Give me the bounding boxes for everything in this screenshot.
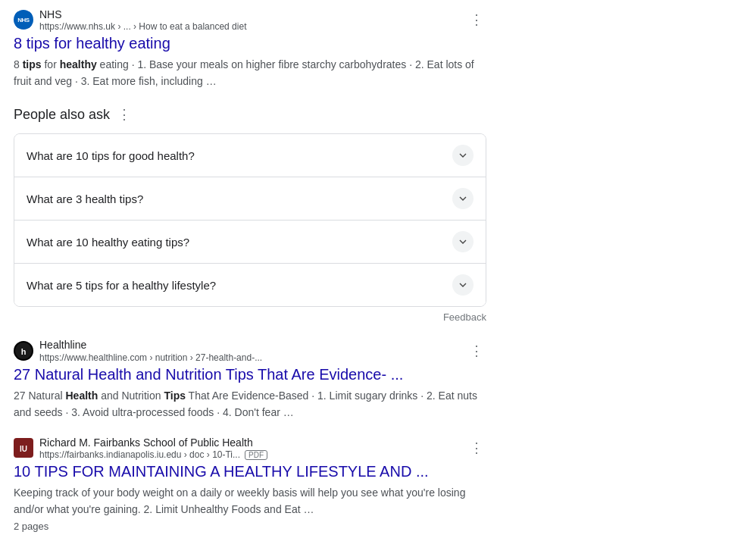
chevron-down-icon-4 <box>457 279 469 291</box>
healthline-source-name: Healthline <box>39 338 461 352</box>
healthline-favicon: h <box>14 341 33 361</box>
chevron-down-icon-2 <box>457 192 469 205</box>
healthline-logo-icon: h <box>15 343 32 359</box>
nhs-result-snippet: 8 tips for healthy eating · 1. Base your… <box>14 56 486 89</box>
healthline-source-url: https://www.healthline.com › nutrition ›… <box>39 352 461 363</box>
nhs-more-options-button[interactable]: ⋮ <box>467 10 486 30</box>
iu-pages-note: 2 pages <box>14 521 486 532</box>
iu-source-info: Richard M. Fairbanks School of Public He… <box>39 436 461 460</box>
iu-source-url: https://fairbanks.indianapolis.iu.edu › … <box>39 449 461 460</box>
paa-expand-button-1[interactable] <box>452 145 474 166</box>
people-also-ask-section: People also ask ⋮ What are 10 tips for g… <box>14 105 486 323</box>
nhs-source-url: https://www.nhs.uk › ... › How to eat a … <box>39 21 461 32</box>
paa-question-2: What are 3 health tips? <box>27 192 143 205</box>
iu-logo-icon: IU <box>15 440 32 456</box>
iu-result: IU Richard M. Fairbanks School of Public… <box>14 436 486 532</box>
paa-header: People also ask ⋮ <box>14 105 486 124</box>
svg-text:NHS: NHS <box>17 17 30 23</box>
healthline-more-options-button[interactable]: ⋮ <box>467 341 486 361</box>
iu-source-name: Richard M. Fairbanks School of Public He… <box>39 436 461 449</box>
healthline-result: h Healthline https://www.healthline.com … <box>14 338 486 420</box>
healthline-source-info: Healthline https://www.healthline.com › … <box>39 338 461 362</box>
iu-result-title[interactable]: 10 TIPS FOR MAINTAINING A HEALTHY LIFEST… <box>14 461 486 481</box>
feedback-button[interactable]: Feedback <box>443 311 486 323</box>
pdf-badge: PDF <box>245 450 267 460</box>
nhs-favicon: NHS <box>14 10 33 30</box>
chevron-down-icon-3 <box>457 236 469 248</box>
nhs-source-name: NHS <box>39 8 461 21</box>
paa-items-list: What are 10 tips for good health? What a… <box>14 133 486 307</box>
nhs-source-row: NHS NHS https://www.nhs.uk › ... › How t… <box>14 8 486 32</box>
paa-question-1: What are 10 tips for good health? <box>27 149 195 162</box>
chevron-down-icon-1 <box>457 149 469 161</box>
paa-item-1[interactable]: What are 10 tips for good health? <box>14 134 486 177</box>
nhs-source-info: NHS https://www.nhs.uk › ... › How to ea… <box>39 8 461 32</box>
svg-text:IU: IU <box>20 445 27 453</box>
healthline-result-title[interactable]: 27 Natural Health and Nutrition Tips Tha… <box>14 364 486 384</box>
nhs-result-title[interactable]: 8 tips for healthy eating <box>14 33 486 53</box>
paa-expand-button-4[interactable] <box>452 274 474 296</box>
paa-heading: People also ask <box>14 107 110 123</box>
feedback-row: Feedback <box>14 311 486 323</box>
healthline-result-snippet: 27 Natural Health and Nutrition Tips Tha… <box>14 387 486 421</box>
healthline-source-row: h Healthline https://www.healthline.com … <box>14 338 486 362</box>
svg-text:h: h <box>21 347 27 356</box>
paa-item-4[interactable]: What are 5 tips for a healthy lifestyle? <box>14 264 486 306</box>
iu-more-options-button[interactable]: ⋮ <box>467 438 486 458</box>
iu-source-row: IU Richard M. Fairbanks School of Public… <box>14 436 486 460</box>
paa-question-4: What are 5 tips for a healthy lifestyle? <box>27 279 216 292</box>
nhs-result: NHS NHS https://www.nhs.uk › ... › How t… <box>14 8 486 89</box>
iu-result-snippet: Keeping track of your body weight on a d… <box>14 484 486 518</box>
paa-more-options-button[interactable]: ⋮ <box>116 105 133 124</box>
paa-question-3: What are 10 healthy eating tips? <box>27 236 189 249</box>
paa-item-2[interactable]: What are 3 health tips? <box>14 177 486 221</box>
paa-expand-button-2[interactable] <box>452 188 474 209</box>
paa-expand-button-3[interactable] <box>452 231 474 252</box>
nhs-logo-icon: NHS <box>15 11 32 28</box>
iu-favicon: IU <box>14 438 33 458</box>
paa-item-3[interactable]: What are 10 healthy eating tips? <box>14 221 486 264</box>
search-results-container: NHS NHS https://www.nhs.uk › ... › How t… <box>0 8 500 532</box>
